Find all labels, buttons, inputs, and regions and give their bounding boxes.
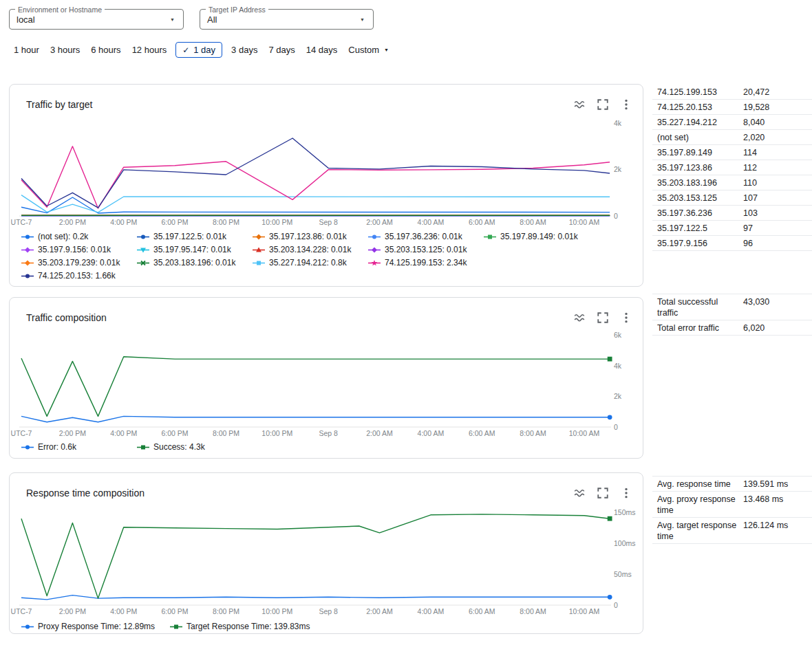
time-range-1-hour[interactable]: 1 hour — [10, 42, 43, 58]
legend-label: 35.197.9.156: 0.01k — [38, 243, 111, 256]
time-range-label: 14 days — [306, 45, 338, 55]
svg-text:2k: 2k — [614, 165, 622, 173]
time-range-3-days[interactable]: 3 days — [227, 42, 261, 58]
target-ip-value: All — [207, 14, 360, 25]
time-range-1-day[interactable]: ✓1 day — [175, 42, 222, 58]
time-range-6-hours[interactable]: 6 hours — [87, 42, 125, 58]
table-row-value: 139.591 ms — [743, 479, 812, 490]
legend-item[interactable]: Success: 4.3k — [137, 441, 253, 454]
table-row-value: 13.468 ms — [743, 494, 812, 505]
svg-text:2:00 AM: 2:00 AM — [366, 218, 393, 226]
table-row: Avg. target response time126.124 ms — [652, 518, 812, 544]
chart-series — [21, 195, 610, 212]
chart-series — [21, 416, 610, 422]
svg-text:8:00 PM: 8:00 PM — [213, 607, 239, 615]
legend-item[interactable]: 35.197.36.236: 0.01k — [368, 230, 484, 243]
square-marker-icon — [253, 259, 265, 267]
svg-text:4:00 PM: 4:00 PM — [110, 607, 137, 615]
legend-item[interactable]: 35.203.153.125: 0.01k — [368, 243, 484, 256]
table-row-value: 20,472 — [743, 87, 812, 98]
legend-item[interactable]: 74.125.20.153: 1.66k — [21, 270, 137, 283]
legend-item[interactable]: (not set): 0.2k — [21, 230, 137, 243]
svg-text:8:00 AM: 8:00 AM — [520, 429, 546, 437]
table-row-label: Avg. proxy response time — [657, 494, 743, 516]
environment-hostname-dropdown[interactable]: Environment or Hostname local ▼ — [9, 9, 184, 30]
legend-item[interactable]: 74.125.199.153: 2.34k — [368, 256, 484, 270]
table-row: Avg. proxy response time13.468 ms — [652, 492, 812, 518]
svg-text:8:00 PM: 8:00 PM — [213, 218, 239, 226]
legend-item[interactable]: 35.227.194.212: 0.8k — [253, 256, 368, 270]
table-row: 35.197.123.86112 — [652, 160, 812, 175]
legend-item[interactable]: 35.203.179.239: 0.01k — [21, 256, 137, 270]
fullscreen-icon[interactable] — [595, 485, 611, 501]
legend-label: Target Response Time: 139.83ms — [186, 620, 310, 633]
legend-item[interactable]: 35.197.9.156: 0.01k — [21, 243, 137, 256]
legend-item[interactable]: 35.197.122.5: 0.01k — [137, 230, 253, 243]
svg-text:8:00 PM: 8:00 PM — [213, 429, 239, 437]
time-range-label: 3 days — [231, 45, 257, 55]
more-options-icon[interactable] — [618, 96, 634, 113]
legend-label: 35.197.123.86: 0.01k — [269, 230, 347, 243]
table-row-label: 74.125.20.153 — [657, 102, 743, 113]
chart-style-icon[interactable] — [571, 309, 588, 326]
table-row: 35.197.89.149114 — [652, 145, 812, 160]
legend-item[interactable]: Proxy Response Time: 12.89ms — [21, 620, 155, 633]
circle-marker-icon — [21, 233, 34, 241]
square-marker-icon — [484, 233, 496, 241]
target-ip-label: Target IP Address — [206, 6, 268, 14]
svg-text:2k: 2k — [614, 392, 622, 400]
legend-item[interactable]: 35.203.183.196: 0.01k — [137, 256, 253, 270]
svg-text:0: 0 — [614, 212, 618, 220]
legend-item[interactable]: Error: 0.6k — [21, 441, 137, 454]
legend-item[interactable]: 35.197.89.149: 0.01k — [484, 230, 599, 243]
table-row-label: 74.125.199.153 — [657, 87, 743, 98]
target-ip-dropdown[interactable]: Target IP Address All ▼ — [200, 9, 374, 30]
svg-text:8:00 AM: 8:00 AM — [520, 607, 546, 615]
svg-text:4:00 AM: 4:00 AM — [418, 429, 445, 437]
table-row-label: Total successful traffic — [657, 296, 743, 318]
svg-text:4:00 AM: 4:00 AM — [418, 218, 445, 226]
table-row: (not set)2,020 — [652, 130, 812, 145]
table-row-label: 35.227.194.212 — [657, 117, 743, 128]
chart-style-icon[interactable] — [571, 485, 588, 501]
filters-row: Environment or Hostname local ▼ Target I… — [9, 9, 374, 30]
response-time-chart[interactable]: UTC-72:00 PM4:00 PM6:00 PM8:00 PM10:00 P… — [18, 503, 637, 619]
time-range-custom[interactable]: Custom▼ — [344, 42, 393, 58]
fullscreen-icon[interactable] — [595, 96, 611, 113]
time-range-14-days[interactable]: 14 days — [302, 42, 342, 58]
legend-item[interactable]: Target Response Time: 139.83ms — [170, 620, 310, 633]
traffic-by-target-chart[interactable]: UTC-72:00 PM4:00 PM6:00 PM8:00 PM10:00 P… — [18, 115, 637, 229]
legend-item[interactable]: 35.203.134.228: 0.01k — [253, 243, 368, 256]
traffic-composition-chart[interactable]: UTC-72:00 PM4:00 PM6:00 PM8:00 PM10:00 P… — [18, 328, 637, 439]
table-row-label: Total error traffic — [657, 322, 743, 334]
svg-text:4k: 4k — [614, 362, 622, 370]
legend-item[interactable]: 35.197.95.147: 0.01k — [137, 243, 253, 256]
card-traffic-composition: Traffic composition UTC-72:00 PM4:00 PM6… — [9, 297, 643, 459]
more-options-icon[interactable] — [618, 309, 634, 326]
diamond-marker-icon — [253, 233, 265, 241]
legend-label: Success: 4.3k — [153, 441, 205, 454]
svg-text:6:00 PM: 6:00 PM — [162, 218, 189, 226]
chart-series — [21, 138, 610, 208]
svg-text:4k: 4k — [614, 119, 622, 127]
time-range-3-hours[interactable]: 3 hours — [46, 42, 84, 58]
legend-label: 35.203.183.196: 0.01k — [153, 256, 235, 270]
table-row-label: Avg. response time — [657, 479, 743, 490]
table-row-label: 35.197.36.236 — [657, 208, 743, 219]
time-range-12-hours[interactable]: 12 hours — [128, 42, 171, 58]
more-options-icon[interactable] — [618, 485, 634, 501]
dropdown-arrow-icon: ▼ — [360, 17, 365, 22]
time-range-7-days[interactable]: 7 days — [264, 42, 299, 58]
chart-style-icon[interactable] — [571, 96, 588, 113]
svg-text:6:00 AM: 6:00 AM — [469, 607, 495, 615]
response-time-legend: Proxy Response Time: 12.89msTarget Respo… — [21, 620, 643, 633]
fullscreen-icon[interactable] — [595, 309, 611, 326]
square-marker-icon — [137, 444, 149, 451]
svg-text:10:00 AM: 10:00 AM — [569, 607, 599, 615]
card-title-response-time: Response time composition — [26, 488, 145, 499]
legend-item[interactable]: 35.197.123.86: 0.01k — [253, 230, 368, 243]
environment-hostname-value: local — [17, 14, 170, 25]
svg-text:6k: 6k — [614, 331, 622, 339]
table-row: 74.125.199.15320,472 — [652, 85, 812, 100]
svg-text:10:00 PM: 10:00 PM — [261, 429, 292, 437]
